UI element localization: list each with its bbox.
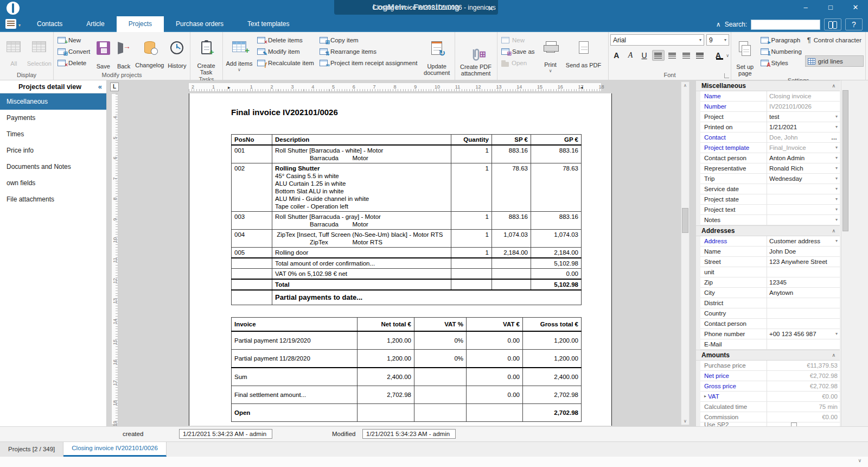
property-value[interactable]: ▾ bbox=[767, 215, 840, 225]
app-menu-icon[interactable] bbox=[5, 19, 16, 29]
indent-marker-icon[interactable]: ▸ bbox=[228, 85, 231, 90]
section-collapse-icon[interactable]: ∧ bbox=[832, 352, 835, 358]
property-value[interactable]: ▾ bbox=[767, 205, 840, 214]
bottom-tab-closing-invoice-iv202101-0026[interactable]: Closing invoice IV202101/0026 bbox=[63, 442, 167, 457]
new-project-button[interactable]: + New bbox=[55, 34, 92, 46]
property-value[interactable]: 1/21/2021▾ bbox=[767, 122, 840, 132]
dropdown-icon[interactable]: ▾ bbox=[834, 194, 838, 204]
sidebar-item-miscellaneous[interactable]: Miscellaneous bbox=[0, 93, 106, 110]
receipt-assignment-button[interactable]: ∞ Project item receipt assignment bbox=[317, 57, 419, 68]
property-value[interactable] bbox=[767, 298, 840, 308]
dropdown-icon[interactable]: ▾ bbox=[834, 236, 838, 246]
property-value[interactable]: €2,702.98 bbox=[767, 381, 840, 391]
ribbon-collapse-icon[interactable]: ∧ bbox=[716, 21, 721, 28]
bottom-tab-projects-2-349-[interactable]: Projects [2 / 349] bbox=[0, 442, 63, 457]
property-value[interactable]: €2,702.98 bbox=[767, 371, 840, 381]
dropdown-icon[interactable]: ▾ bbox=[834, 143, 838, 153]
font-dialog-launcher-icon[interactable] bbox=[724, 73, 729, 78]
property-value[interactable] bbox=[767, 319, 840, 329]
font-family-select[interactable]: Arial▾ bbox=[610, 34, 704, 46]
align-justify-button[interactable] bbox=[694, 50, 706, 61]
align-center-button[interactable] bbox=[680, 50, 692, 61]
recalculate-item-button[interactable]: ƒ Recalculate item bbox=[255, 57, 316, 68]
sidebar-item-price-info[interactable]: Price info bbox=[0, 142, 106, 159]
property-value[interactable]: Closing invoice bbox=[767, 91, 840, 101]
property-value[interactable] bbox=[767, 339, 840, 349]
menu-tab-projects[interactable]: Projects bbox=[117, 16, 164, 32]
property-value[interactable]: Anytown bbox=[767, 288, 840, 298]
property-value[interactable]: €0.00 bbox=[767, 412, 840, 422]
help-button[interactable]: ? bbox=[845, 18, 863, 30]
dropdown-icon[interactable]: ▾ bbox=[834, 329, 838, 339]
create-pdf-attachment-button[interactable]: ⊞ Create PDF attachment bbox=[457, 33, 495, 77]
align-left-button[interactable] bbox=[652, 50, 665, 61]
tab-selector-button[interactable]: L bbox=[110, 83, 119, 91]
section-header-addresses[interactable]: Addresses∧ bbox=[696, 225, 840, 236]
send-as-pdf-button[interactable]: Send as PDF bbox=[564, 33, 603, 68]
dropdown-icon[interactable]: ▾ bbox=[834, 112, 838, 122]
dropdown-icon[interactable]: ▾ bbox=[834, 174, 838, 184]
sidebar-item-documents-and-notes[interactable]: Documents and Notes bbox=[0, 159, 106, 175]
menu-tab-article[interactable]: Article bbox=[74, 16, 116, 32]
document-save-as-button[interactable]: ⊞ Save as bbox=[499, 46, 537, 57]
menu-tab-purchase-orders[interactable]: Purchase orders bbox=[164, 16, 235, 32]
document-open-button[interactable]: Open bbox=[499, 57, 537, 68]
property-value[interactable] bbox=[767, 422, 840, 426]
sidebar-item-payments[interactable]: Payments bbox=[0, 110, 106, 126]
browse-button[interactable]: … bbox=[829, 132, 838, 142]
align-right-button[interactable] bbox=[666, 50, 679, 61]
changelog-button[interactable]: Changelog bbox=[135, 33, 165, 68]
property-value[interactable]: Customer address▾ bbox=[767, 236, 840, 246]
property-value[interactable]: €0.00 bbox=[767, 392, 840, 401]
footer-dropdown-icon[interactable]: ∨ bbox=[858, 458, 861, 463]
search-input[interactable] bbox=[751, 20, 820, 30]
property-value[interactable]: test▾ bbox=[767, 112, 840, 122]
property-value[interactable]: Anton Admin▾ bbox=[767, 153, 840, 163]
document-scrollbar[interactable]: ∧ ∨ bbox=[681, 81, 690, 425]
close-button[interactable]: ✕ bbox=[843, 0, 868, 16]
property-value[interactable]: Wednesday▾ bbox=[767, 174, 840, 184]
scroll-down-icon[interactable]: ∨ bbox=[681, 419, 689, 424]
property-value[interactable]: Final_Invoice▾ bbox=[767, 143, 840, 153]
history-button[interactable]: History bbox=[166, 33, 188, 69]
dropdown-icon[interactable]: ▾ bbox=[834, 184, 838, 194]
scroll-up-icon[interactable]: ∧ bbox=[681, 83, 689, 88]
property-value[interactable] bbox=[767, 267, 840, 277]
font-color-dropdown-icon[interactable]: ∨ bbox=[726, 53, 729, 58]
property-value[interactable]: ▾ bbox=[767, 194, 840, 204]
modify-item-button[interactable]: ✎ Modify item bbox=[255, 46, 316, 57]
minimize-button[interactable]: – bbox=[793, 0, 818, 16]
property-value[interactable] bbox=[767, 308, 840, 318]
sidebar-collapse-icon[interactable]: « bbox=[98, 83, 102, 91]
print-button[interactable]: Print ∨ bbox=[538, 33, 563, 81]
rearrange-items-button[interactable]: ⇅ Rearrange items bbox=[317, 46, 419, 57]
checkbox[interactable] bbox=[791, 422, 797, 426]
sidebar-item-file-attachments[interactable]: File attachments bbox=[0, 191, 106, 207]
back-button[interactable]: Back bbox=[114, 33, 133, 70]
property-value[interactable]: 12345 bbox=[767, 277, 840, 287]
dropdown-icon[interactable]: ▾ bbox=[834, 122, 838, 132]
convert-button[interactable]: ⊞ Convert bbox=[55, 46, 92, 57]
section-header-amounts[interactable]: Amounts∧ bbox=[696, 350, 840, 361]
document-page[interactable]: Final invoice IV202101/0026 PosNoDescrip… bbox=[189, 93, 612, 426]
property-value[interactable]: +00 123 456 987▾ bbox=[767, 329, 840, 339]
save-button[interactable]: Save bbox=[93, 33, 113, 70]
property-value[interactable]: Doe, John… bbox=[767, 132, 840, 142]
update-document-button[interactable]: ↻ Update document bbox=[420, 33, 453, 76]
dropdown-icon[interactable]: ▾ bbox=[834, 205, 838, 214]
selection-button[interactable]: Selection bbox=[27, 33, 52, 67]
property-value[interactable]: €11,379.53 bbox=[767, 361, 840, 370]
dropdown-icon[interactable]: ▾ bbox=[834, 163, 838, 173]
panel-scrollbar[interactable] bbox=[841, 80, 850, 426]
dropdown-icon[interactable]: ▾ bbox=[834, 153, 838, 163]
italic-button[interactable]: A bbox=[624, 50, 637, 61]
delete-items-button[interactable]: × Delete items bbox=[255, 34, 316, 46]
sidebar-item-own-fields[interactable]: own fields bbox=[0, 175, 106, 191]
set-up-page-button[interactable]: Set up page bbox=[733, 33, 757, 77]
styles-button[interactable]: A Styles bbox=[758, 57, 804, 68]
document-scrollbar-thumb[interactable] bbox=[682, 208, 688, 233]
section-header-miscellaneous[interactable]: Miscellaneous∧ bbox=[696, 80, 840, 91]
panel-scrollbar-thumb[interactable] bbox=[843, 90, 848, 231]
menu-tab-contacts[interactable]: Contacts bbox=[25, 16, 74, 32]
paragraph-button[interactable]: ▸ Paragraph bbox=[758, 34, 804, 46]
